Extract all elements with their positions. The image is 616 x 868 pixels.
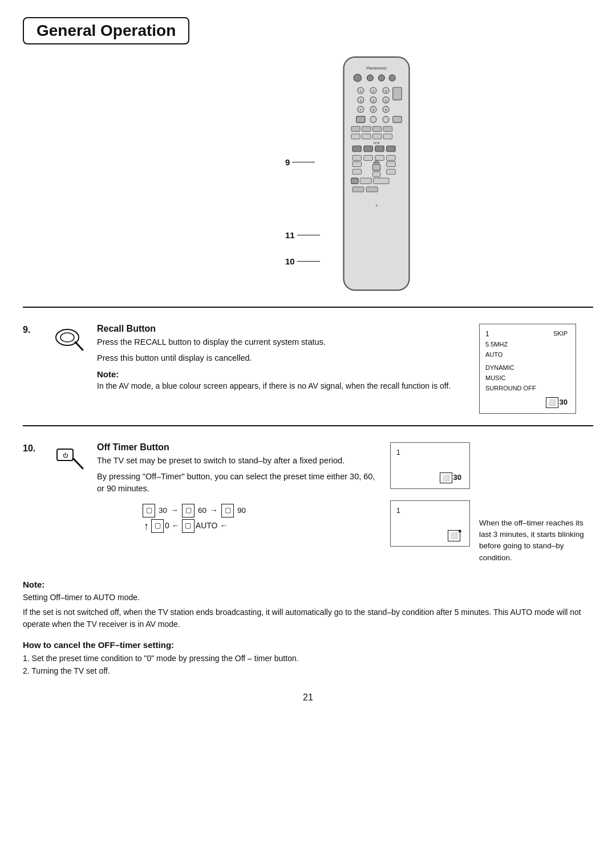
arrow-2: →: [210, 503, 218, 517]
section-9-note-title: Note:: [97, 369, 473, 379]
off-timer-display2-spacer: [396, 516, 461, 528]
page-title: General Operation: [23, 17, 189, 44]
off-timer-display1-row1: 1: [396, 447, 461, 458]
remote-control-image: Panasonic 1 2 3 4 5 6 7 8 9: [319, 56, 433, 295]
timer-box-90: ▢: [221, 504, 234, 517]
svg-rect-12: [393, 87, 402, 100]
arrow-left: ←: [172, 519, 180, 533]
svg-text:6: 6: [385, 99, 387, 103]
cancel-title: How to cancel the OFF–timer setting:: [23, 640, 593, 650]
timer-icon-10b: ⬜✱: [448, 530, 460, 541]
svg-text:7: 7: [360, 108, 362, 112]
section-9: 9. Recall Button Press the RECALL button…: [0, 313, 616, 419]
section-9-content: Recall Button Press the RECALL button to…: [97, 324, 479, 392]
svg-rect-28: [393, 116, 402, 123]
svg-point-27: [383, 116, 389, 123]
section-divider-top: [23, 307, 593, 308]
svg-text:4: 4: [360, 99, 362, 103]
timer-icon-9: ⬜: [546, 397, 558, 409]
remote-area: 9 11 10 Panasonic 1 2: [0, 44, 616, 301]
display-music: MUSIC: [485, 373, 568, 384]
off-timer-display-1: 1 ⬜ 30: [390, 442, 470, 489]
svg-rect-29: [351, 127, 360, 132]
section-9-display: 1 SKIP 5.5MHZ AUTO DYNAMIC MUSIC SURROUN…: [479, 324, 593, 414]
bottom-note-title: Note:: [23, 580, 593, 589]
bottom-note: Note: Setting Off–timer to AUTO mode. If…: [0, 569, 616, 634]
off-timer-button-icon: ⏻: [51, 442, 97, 478]
cancel-item2: 2. Turning the TV set off.: [23, 665, 593, 677]
display-surround: SURROUND OFF: [485, 384, 568, 394]
svg-point-26: [370, 116, 376, 123]
arrow-left-2: ←: [220, 519, 228, 533]
timer-val-auto: AUTO: [196, 519, 218, 533]
off-timer-display-2: 1 ⬜✱: [390, 500, 470, 547]
svg-rect-51: [372, 172, 380, 177]
svg-rect-32: [383, 127, 392, 132]
svg-rect-52: [387, 169, 395, 174]
page-number: 21: [0, 683, 616, 708]
header: General Operation: [0, 0, 616, 44]
svg-text:1: 1: [360, 89, 362, 93]
svg-rect-34: [362, 134, 371, 139]
section-9-text2: Press this button until display is cance…: [97, 352, 473, 365]
arrow-1: →: [171, 503, 179, 517]
svg-rect-35: [372, 134, 381, 139]
cancel-section: How to cancel the OFF–timer setting: 1. …: [0, 634, 616, 683]
recall-status-display: 1 SKIP 5.5MHZ AUTO DYNAMIC MUSIC SURROUN…: [479, 324, 576, 414]
svg-rect-50: [352, 169, 361, 174]
svg-point-3: [367, 75, 373, 81]
svg-rect-53: [351, 178, 358, 184]
svg-text:3: 3: [385, 89, 387, 93]
svg-rect-48: [372, 164, 380, 170]
svg-rect-40: [375, 146, 384, 152]
section-10-number: 10.: [23, 442, 51, 454]
svg-text:VCR: VCR: [373, 141, 380, 145]
section-10-content: Off Timer Button The TV set may be prese…: [97, 442, 390, 538]
display-row1: 1: [485, 329, 489, 340]
svg-text:5: 5: [372, 99, 374, 103]
off-timer-icon-svg: ⏻: [51, 443, 91, 478]
label-9: 9: [285, 157, 315, 167]
svg-rect-57: [366, 187, 378, 192]
timer-diagram: ▢ 30 → ▢ 60 → ▢ 90 ↑ ▢ 0 ← ▢ AUTO ←: [143, 503, 384, 533]
loop-back-arrow: ↑: [144, 521, 149, 531]
timer-box-30a: ▢: [143, 504, 155, 517]
off-timer-display1-timer: 30: [453, 472, 461, 484]
timer-row-1: ▢ 30 → ▢ 60 → ▢ 90: [143, 503, 384, 517]
svg-rect-42: [352, 156, 361, 161]
timer-val-60: 60: [198, 504, 206, 517]
display-freq: 5.5MHZ: [485, 340, 568, 350]
svg-rect-56: [352, 187, 364, 192]
svg-rect-45: [387, 156, 395, 161]
section-9-note-text: In the AV mode, a blue colour screen app…: [97, 380, 473, 392]
svg-rect-54: [360, 178, 371, 184]
recall-icon-svg: [51, 325, 91, 356]
timer-box-0: ▢: [151, 519, 164, 533]
timer-icon-10a: ⬜: [440, 472, 452, 484]
svg-rect-25: [356, 116, 365, 123]
bottom-note-text2: If the set is not switched off, when the…: [23, 606, 593, 631]
svg-text:Panasonic: Panasonic: [366, 66, 387, 71]
svg-rect-39: [364, 146, 372, 152]
svg-rect-31: [372, 127, 381, 132]
svg-text:9: 9: [385, 108, 387, 112]
section-9-title: Recall Button: [97, 324, 473, 334]
display-auto: AUTO: [485, 350, 568, 360]
label-10: 10: [285, 256, 320, 266]
svg-rect-38: [352, 146, 361, 152]
svg-rect-55: [373, 178, 389, 184]
svg-rect-33: [351, 134, 360, 139]
svg-rect-41: [387, 146, 395, 152]
off-timer-side-text: When the off–timer reaches its last 3 mi…: [479, 500, 593, 564]
off-timer-display2-row1: 1: [396, 506, 461, 516]
svg-point-5: [389, 75, 395, 81]
timer-row-2: ↑ ▢ 0 ← ▢ AUTO ←: [144, 519, 384, 533]
section-9-text1: Press the RECALL button to display the c…: [97, 336, 473, 349]
bottom-note-text1: Setting Off–timer to AUTO mode.: [23, 592, 593, 604]
display-timer: 30: [560, 397, 568, 409]
svg-rect-36: [383, 134, 392, 139]
recall-button-icon: [51, 324, 97, 356]
svg-point-4: [378, 75, 384, 81]
cancel-item1: 1. Set the preset time condition to "0" …: [23, 652, 593, 665]
off-timer-display1-spacer: [396, 458, 461, 470]
